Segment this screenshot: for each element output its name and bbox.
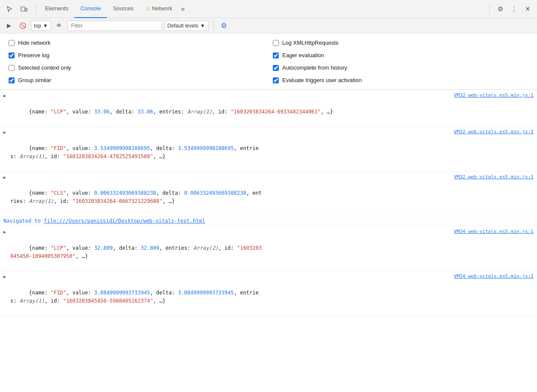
device-icons [3,3,30,15]
levels-chevron-icon: ▼ [200,23,205,29]
console-entry-lcp-1: ▶ VM32 web-vitals.es5.min.js:1 {name: "L… [0,90,537,126]
cursor-icon[interactable] [3,3,15,15]
tab-console[interactable]: Console [74,0,107,18]
console-entry-lcp-2: ▶ VM34 web-vitals.es5.min.js:1 {name: "L… [0,226,537,271]
autocomplete-checkbox[interactable] [273,65,279,71]
execute-icon[interactable]: ▶ [3,20,15,31]
preserve-log-label: Preserve log [18,52,49,58]
console-entry-fid-1: ▶ VM32 web-vitals.es5.min.js:1 {name: "F… [0,126,537,171]
group-similar-checkbox[interactable] [9,77,15,83]
entry-source-3[interactable]: VM32 web-vitals.es5.min.js:1 [10,173,534,181]
expand-arrow[interactable]: ▶ [3,92,6,99]
console-output: ▶ VM32 web-vitals.es5.min.js:1 {name: "L… [0,90,537,316]
settings-panel: Hide network Log XMLHttpRequests Preserv… [0,34,537,90]
entry-source-4[interactable]: VM34 web-vitals.es5.min.js:1 [10,228,534,236]
block-icon[interactable]: 🚫 [17,20,28,31]
secondary-toolbar: ▶ 🚫 top ▼ 👁 Default levels ▼ ⚙ [0,18,537,34]
entry-text-1: {name: "LCP", value: 33.06, delta: 33.06… [10,100,534,125]
menu-button[interactable]: ⋮ [508,3,520,15]
warning-icon: ⚠ [146,6,150,12]
entry-text-4: {name: "LCP", value: 32.809, delta: 32.8… [10,236,534,269]
preserve-log-checkbox[interactable] [9,52,15,58]
group-similar-row: Group similar [9,75,264,85]
hide-network-row: Hide network [9,38,264,48]
hide-network-label: Hide network [18,40,51,46]
group-similar-label: Group similar [18,77,51,83]
secondary-divider [214,21,214,31]
expand-arrow[interactable]: ▶ [3,273,6,280]
chevron-down-icon: ▼ [43,23,48,29]
log-xml-checkbox[interactable] [273,40,279,46]
entry-source-1[interactable]: VM32 web-vitals.es5.min.js:1 [10,92,534,100]
console-entry-fid-2: ▶ VM34 web-vitals.es5.min.js:1 {name: "F… [0,271,537,315]
eager-eval-row: Eager evaluation [273,50,528,60]
tab-elements[interactable]: Elements [39,0,74,18]
svg-rect-1 [25,8,27,11]
eye-icon[interactable]: 👁 [54,20,65,31]
console-settings-icon[interactable]: ⚙ [221,21,227,30]
settings-button[interactable]: ⚙ [494,3,506,15]
toolbar-divider-2 [489,4,490,14]
hide-network-checkbox[interactable] [9,40,15,46]
expand-arrow[interactable]: ▶ [3,129,6,136]
toolbar-divider [36,4,37,14]
context-selector[interactable]: top ▼ [31,21,51,31]
navigation-entry: Navigated to file:///Users/panissidi/Des… [0,216,537,226]
autocomplete-label: Autocomplete from history [282,64,347,71]
close-button[interactable]: ✕ [522,3,534,15]
log-xml-row: Log XMLHttpRequests [273,38,528,48]
entry-source-5[interactable]: VM34 web-vitals.es5.min.js:1 [10,273,534,281]
tab-network[interactable]: ⚠ Network [140,0,179,18]
eager-eval-label: Eager evaluation [282,52,324,58]
navigation-link[interactable]: file:///Users/panissidi/Desktop/web-vita… [44,218,205,224]
toolbar-right-controls: ⚙ ⋮ ✕ [487,3,534,15]
log-xml-label: Log XMLHttpRequests [282,40,339,46]
selected-ctx-row: Selected context only [9,63,264,73]
eval-triggers-label: Evaluate triggers user activation [282,77,362,83]
eager-eval-checkbox[interactable] [273,52,279,58]
more-tabs-button[interactable]: » [178,0,187,18]
device-toggle-icon[interactable] [18,3,30,15]
selected-ctx-checkbox[interactable] [9,65,15,71]
filter-input[interactable] [67,21,162,31]
expand-arrow[interactable]: ▶ [3,229,6,236]
autocomplete-row: Autocomplete from history [273,63,528,73]
entry-text-5: {name: "FID", value: 3.0849999993733945,… [10,281,534,314]
preserve-log-row: Preserve log [9,50,264,60]
entry-source-2[interactable]: VM32 web-vitals.es5.min.js:1 [10,128,534,136]
selected-ctx-label: Selected context only [18,64,71,71]
navigated-to-text: Navigated to [3,218,44,224]
console-entry-cls-1: ▶ VM32 web-vitals.es5.min.js:1 {name: "C… [0,172,537,216]
expand-arrow[interactable]: ▶ [3,174,6,181]
entry-text-2: {name: "FID", value: 3.5349999998288695,… [10,136,534,169]
top-toolbar: Elements Console Sources ⚠ Network » ⚙ ⋮… [0,0,537,18]
entry-text-3: {name: "CLS", value: 0.00633249366938823… [10,181,534,214]
eval-triggers-checkbox[interactable] [273,77,279,83]
svg-rect-0 [21,7,25,11]
log-levels-selector[interactable]: Default levels ▼ [165,21,208,31]
tab-sources[interactable]: Sources [107,0,140,18]
eval-triggers-row: Evaluate triggers user activation [273,75,528,85]
